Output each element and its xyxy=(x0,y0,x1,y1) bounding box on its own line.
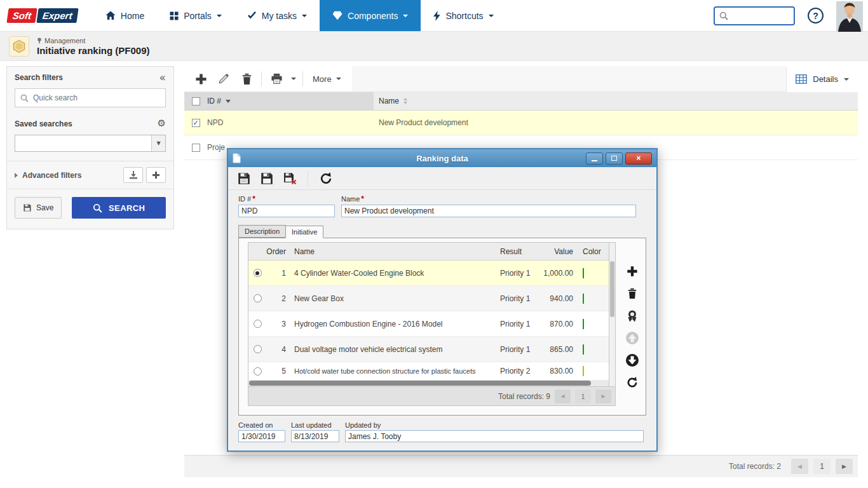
toolbar-separator xyxy=(302,71,303,86)
save-and-close-button[interactable] xyxy=(281,170,298,187)
gear-icon[interactable]: ⚙ xyxy=(158,119,166,128)
nav-components[interactable]: Components xyxy=(320,0,421,31)
record-tabs: Description Initiative xyxy=(228,217,656,238)
select-all-checkbox[interactable] xyxy=(192,97,200,105)
grid-horizontal-scrollbar[interactable] xyxy=(248,380,609,386)
updated-by-value[interactable] xyxy=(345,430,644,442)
save-and-new-button[interactable] xyxy=(259,170,275,187)
nav-shortcuts[interactable]: Shortcuts xyxy=(421,0,506,31)
record-fields: ID #* Name* xyxy=(228,190,656,217)
window-titlebar[interactable]: Ranking data × xyxy=(228,149,656,167)
column-name-label: Name xyxy=(379,97,399,105)
grid-col-color[interactable]: Color xyxy=(578,247,603,256)
list-pagination-bar: Total records: 2 ◀ 1 ▶ xyxy=(184,455,858,477)
grid-col-result[interactable]: Result xyxy=(500,247,537,256)
grid-prev-page-button[interactable]: ◀ xyxy=(555,390,571,403)
id-field-input[interactable] xyxy=(238,205,335,217)
tab-initiative[interactable]: Initiative xyxy=(285,226,323,238)
row-radio[interactable] xyxy=(254,320,262,328)
quick-search-box[interactable] xyxy=(15,88,166,107)
initiative-tab-panel: Order Name Result Value Color 1 4 Cylind… xyxy=(238,238,646,416)
page-title-block: Management Initiative ranking (PF009) xyxy=(37,37,150,56)
edit-record-button[interactable] xyxy=(212,66,235,92)
select-chevron-button[interactable]: ▼ xyxy=(151,135,165,151)
refresh-list-button[interactable] xyxy=(625,375,640,390)
maximize-button[interactable] xyxy=(606,152,623,165)
initiative-row[interactable]: 1 4 Cylinder Water-Cooled Engine Block P… xyxy=(248,261,609,286)
chevron-right-icon xyxy=(15,173,18,178)
save-search-button[interactable]: Save xyxy=(15,197,62,219)
initiative-row[interactable]: 4 Dual voltage motor vehicle electrical … xyxy=(248,337,609,362)
add-record-button[interactable] xyxy=(189,66,212,92)
initiative-name: 4 Cylinder Water-Cooled Engine Block xyxy=(290,269,500,278)
row-radio[interactable] xyxy=(254,367,262,376)
move-down-button[interactable] xyxy=(625,353,640,368)
rank-medal-button[interactable] xyxy=(625,308,640,323)
portals-icon xyxy=(170,11,179,20)
row-radio[interactable] xyxy=(254,269,262,277)
table-row[interactable]: ✓ NPD New Product development xyxy=(184,111,858,135)
column-header-name[interactable]: Name xyxy=(374,92,858,110)
delete-record-button[interactable] xyxy=(235,66,258,92)
created-on-value[interactable] xyxy=(238,430,285,442)
nav-shortcuts-label: Shortcuts xyxy=(445,11,483,21)
initiative-row[interactable]: 2 New Gear Box Priority 1 940.00 xyxy=(248,286,609,311)
chevron-down-icon xyxy=(302,15,307,17)
softexpert-logo[interactable]: Soft Expert xyxy=(8,0,78,31)
move-up-button[interactable] xyxy=(625,330,640,346)
last-updated-value[interactable] xyxy=(291,430,339,442)
required-icon: * xyxy=(361,194,364,203)
print-button[interactable] xyxy=(265,66,288,92)
initiative-result: Priority 2 xyxy=(500,367,537,376)
initiative-name: Hot/cold water tube connection structure… xyxy=(290,367,500,375)
next-page-button[interactable]: ▶ xyxy=(836,459,853,474)
row-checkbox[interactable]: ✓ xyxy=(192,119,200,127)
tab-description[interactable]: Description xyxy=(238,225,286,238)
nav-home[interactable]: Home xyxy=(93,0,157,31)
row-radio[interactable] xyxy=(254,294,262,302)
remove-initiative-button[interactable] xyxy=(625,286,640,301)
nav-portals[interactable]: Portals xyxy=(157,0,234,31)
initiative-row[interactable]: 3 Hydrogen Combustion Engine - 2016 Mode… xyxy=(248,311,609,337)
details-view-button[interactable]: Details xyxy=(786,66,858,92)
column-header-id[interactable]: ID # xyxy=(207,92,374,110)
grid-vertical-scrollbar[interactable] xyxy=(609,242,616,387)
prev-page-button[interactable]: ◀ xyxy=(791,459,808,474)
user-avatar[interactable] xyxy=(836,1,863,32)
save-button[interactable] xyxy=(236,170,252,187)
more-menu-button[interactable]: More xyxy=(306,66,348,92)
minimize-button[interactable] xyxy=(586,152,603,165)
row-checkbox[interactable] xyxy=(192,144,200,152)
close-button[interactable]: × xyxy=(625,152,652,165)
quick-search-input[interactable] xyxy=(33,93,154,102)
nav-my-tasks[interactable]: My tasks xyxy=(234,0,320,31)
grid-col-value[interactable]: Value xyxy=(537,247,578,256)
breadcrumb-label: Management xyxy=(44,37,85,44)
required-icon: * xyxy=(252,194,255,203)
collapse-panel-button[interactable]: « xyxy=(159,74,166,81)
grid-col-order[interactable]: Order xyxy=(266,247,290,256)
global-search[interactable] xyxy=(714,6,795,25)
add-filter-button[interactable] xyxy=(146,167,166,183)
row-radio[interactable] xyxy=(254,345,262,353)
scrollbar-thumb[interactable] xyxy=(610,261,614,317)
help-button[interactable]: ? xyxy=(808,8,824,24)
advanced-filters-toggle[interactable]: Advanced filters xyxy=(15,171,81,180)
grid-next-page-button[interactable]: ▶ xyxy=(595,390,611,403)
refresh-button[interactable] xyxy=(318,170,334,187)
name-field-input[interactable] xyxy=(341,205,636,217)
search-button[interactable]: SEARCH xyxy=(72,197,166,219)
updated-by-label: Updated by xyxy=(345,421,644,429)
scrollbar-thumb[interactable] xyxy=(249,381,591,386)
add-initiative-button[interactable] xyxy=(625,264,640,279)
print-options-caret[interactable] xyxy=(288,66,299,92)
import-filter-button[interactable] xyxy=(123,167,143,183)
initiative-row[interactable]: 5 Hot/cold water tube connection structu… xyxy=(248,362,609,380)
saved-searches-select[interactable]: ▼ xyxy=(15,135,166,152)
global-search-input[interactable] xyxy=(731,11,790,20)
grid-col-name[interactable]: Name xyxy=(290,247,500,256)
row-id: Proje xyxy=(207,143,225,152)
chevron-down-icon xyxy=(403,15,408,17)
search-button-label: SEARCH xyxy=(109,203,145,213)
row-id: NPD xyxy=(207,118,223,127)
